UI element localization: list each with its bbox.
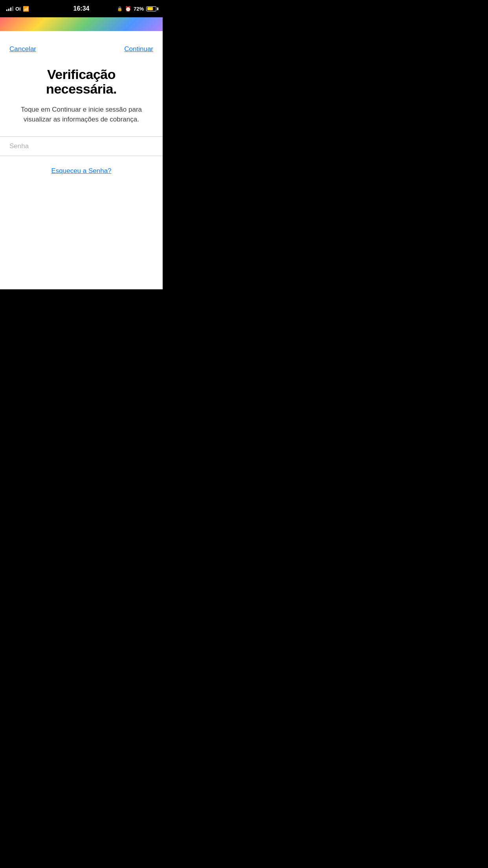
status-bar: Oi 📶 16:34 🔒 ⏰ 72% ⚡ [0, 0, 163, 17]
carrier-name: Oi [15, 6, 21, 12]
hero-image [0, 17, 163, 39]
cancel-button[interactable]: Cancelar [9, 45, 36, 53]
signal-bar-4 [12, 6, 13, 11]
battery-bolt-icon: ⚡ [149, 7, 154, 11]
status-left: Oi 📶 [6, 6, 29, 12]
battery-tip [157, 7, 158, 10]
page-title: Verificação necessária. [12, 67, 151, 97]
password-input[interactable] [9, 142, 153, 150]
wifi-icon: 📶 [23, 6, 29, 12]
signal-bar-2 [8, 9, 9, 11]
battery-icon: ⚡ [146, 6, 156, 11]
signal-bar-1 [6, 9, 7, 11]
alarm-icon: ⏰ [125, 6, 131, 12]
battery-percent: 72% [134, 6, 144, 12]
status-time: 16:34 [73, 5, 90, 12]
main-card: Cancelar Continuar Verificação necessári… [0, 39, 163, 289]
continue-button[interactable]: Continuar [124, 45, 153, 53]
signal-bars-icon [6, 6, 13, 11]
status-right: 🔒 ⏰ 72% ⚡ [117, 6, 156, 12]
nav-bar: Cancelar Continuar [0, 39, 163, 59]
signal-bar-3 [10, 7, 11, 11]
forgot-password-button[interactable]: Esqueceu a Senha? [51, 167, 111, 175]
battery-body: ⚡ [146, 6, 156, 11]
screen-time-icon: 🔒 [117, 6, 123, 11]
page-subtitle: Toque em Continuar e inicie sessão para … [12, 105, 151, 125]
content-area: Verificação necessária. Toque em Continu… [0, 59, 163, 125]
forgot-password-area: Esqueceu a Senha? [0, 156, 163, 186]
password-input-row[interactable] [0, 137, 163, 156]
